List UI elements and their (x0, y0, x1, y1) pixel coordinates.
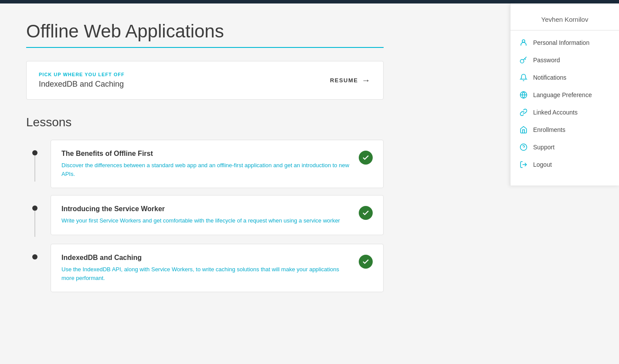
completed-check-icon (359, 255, 373, 269)
completed-check-icon (359, 206, 373, 220)
home-icon (519, 125, 528, 134)
svg-point-0 (522, 40, 525, 42)
sidebar-item-personal-information[interactable]: Personal Information (510, 34, 619, 51)
sidebar-item-linked-accounts[interactable]: Linked Accounts (510, 104, 619, 121)
timeline-line (34, 211, 35, 237)
resume-button[interactable]: RESUME → (330, 75, 371, 85)
lesson-card-title: The Benefits of Offline First (61, 150, 352, 158)
content-area: Offline Web Applications PICK UP WHERE Y… (0, 3, 510, 364)
lesson-card-title: IndexedDB and Caching (61, 254, 352, 262)
lesson-card[interactable]: Introducing the Service WorkerWrite your… (51, 195, 384, 235)
current-lesson-name: IndexedDB and Caching (39, 80, 125, 89)
link-icon (519, 108, 528, 117)
person-icon (519, 38, 528, 47)
sidebar-item-enrollments[interactable]: Enrollments (510, 121, 619, 138)
arrow-right-icon: → (362, 75, 371, 85)
completed-check-icon (359, 151, 373, 165)
lesson-card-description: Use the IndexedDB API, along with Servic… (61, 265, 352, 282)
lesson-row: Introducing the Service WorkerWrite your… (26, 195, 384, 237)
timeline-bullet (32, 254, 37, 260)
key-icon (519, 56, 528, 64)
resume-card: PICK UP WHERE YOU LEFT OFF IndexedDB and… (26, 61, 384, 100)
timeline-col (26, 195, 44, 237)
help-circle-icon (519, 143, 528, 152)
page-title: Offline Web Applications (26, 21, 484, 42)
username-display: Yevhen Kornilov (510, 12, 619, 30)
top-bar (0, 0, 619, 3)
sidebar-item-label: Personal Information (533, 39, 589, 46)
pick-up-label: PICK UP WHERE YOU LEFT OFF (39, 72, 125, 77)
sidebar-item-logout[interactable]: Logout (510, 156, 619, 173)
sidebar-item-label: Support (533, 144, 554, 151)
lesson-card-content: Introducing the Service WorkerWrite your… (61, 205, 352, 225)
lesson-card-title: Introducing the Service Worker (61, 205, 352, 213)
title-underline (26, 47, 384, 48)
sidebar-item-label: Notifications (533, 74, 566, 81)
timeline-line (34, 155, 35, 182)
sidebar-item-label: Password (533, 57, 560, 64)
sidebar-item-password[interactable]: Password (510, 51, 619, 69)
lesson-card[interactable]: The Benefits of Offline FirstDiscover th… (51, 140, 384, 188)
sidebar-item-label: Language Preference (533, 91, 592, 98)
lesson-card-content: The Benefits of Offline FirstDiscover th… (61, 150, 352, 178)
sidebar-item-label: Logout (533, 161, 552, 168)
timeline-bullet (32, 206, 37, 211)
globe-icon (519, 91, 528, 99)
sidebar-item-language-preference[interactable]: Language Preference (510, 86, 619, 104)
sidebar-menu: Personal InformationPasswordNotification… (510, 30, 619, 177)
timeline-bullet (32, 150, 37, 155)
lesson-card-description: Write your first Service Workers and get… (61, 216, 352, 225)
lesson-card-description: Discover the differences between a stand… (61, 161, 352, 178)
timeline-col (26, 244, 44, 260)
sidebar-item-label: Enrollments (533, 126, 565, 133)
user-menu-panel: Yevhen Kornilov Personal InformationPass… (510, 3, 619, 185)
bell-icon (519, 73, 528, 82)
svg-point-1 (520, 60, 524, 63)
lesson-row: IndexedDB and CachingUse the IndexedDB A… (26, 244, 384, 292)
sidebar-item-support[interactable]: Support (510, 138, 619, 156)
lesson-card[interactable]: IndexedDB and CachingUse the IndexedDB A… (51, 244, 384, 292)
sidebar-item-label: Linked Accounts (533, 109, 578, 116)
resume-card-left: PICK UP WHERE YOU LEFT OFF IndexedDB and… (39, 72, 125, 89)
timeline-col (26, 140, 44, 182)
lesson-row: The Benefits of Offline FirstDiscover th… (26, 140, 384, 188)
logout-icon (519, 160, 528, 169)
lesson-card-content: IndexedDB and CachingUse the IndexedDB A… (61, 254, 352, 282)
lessons-title: Lessons (26, 115, 484, 129)
resume-button-label: RESUME (330, 77, 358, 84)
sidebar-item-notifications[interactable]: Notifications (510, 69, 619, 86)
lessons-list: The Benefits of Offline FirstDiscover th… (26, 140, 384, 299)
